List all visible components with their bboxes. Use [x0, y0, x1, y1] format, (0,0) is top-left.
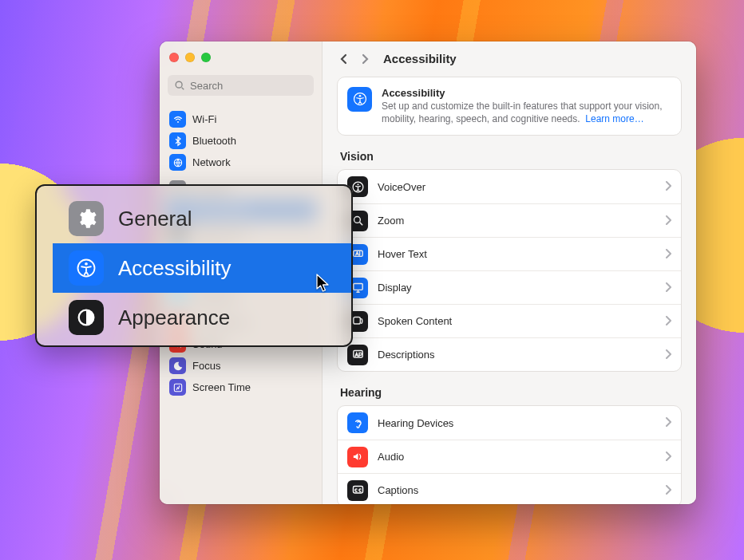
- sidebar-item-label: Focus: [192, 360, 220, 372]
- svg-point-20: [358, 95, 361, 97]
- appearance-icon: [69, 300, 104, 335]
- svg-rect-26: [353, 284, 362, 290]
- screen-time-icon: [169, 379, 186, 396]
- minimize-window-button[interactable]: [185, 53, 195, 62]
- intro-title: Accessibility: [382, 87, 671, 99]
- content-header: Accessibility: [323, 41, 696, 77]
- svg-rect-27: [353, 317, 360, 325]
- row-label: Captions: [378, 484, 655, 496]
- svg-point-31: [85, 262, 88, 266]
- row-label: Display: [378, 282, 655, 294]
- content-scroll[interactable]: Accessibility Set up and customize the b…: [323, 77, 696, 504]
- zoom-item-label: Appearance: [118, 306, 230, 330]
- search-icon: [174, 80, 185, 91]
- zoom-item-appearance[interactable]: Appearance: [53, 293, 351, 342]
- chevron-right-icon: [665, 214, 671, 228]
- sidebar-item-label: Bluetooth: [192, 135, 236, 147]
- bluetooth-icon: [169, 132, 186, 149]
- row-label: VoiceOver: [378, 181, 655, 193]
- row-voiceover[interactable]: VoiceOver: [338, 170, 681, 203]
- wifi-icon: [169, 111, 186, 128]
- nav-forward-button[interactable]: [358, 52, 372, 66]
- svg-point-22: [357, 183, 358, 185]
- sidebar-item-label: Network: [192, 156, 231, 168]
- intro-card: Accessibility Set up and customize the b…: [337, 77, 682, 136]
- row-spoken-content[interactable]: Spoken Content: [338, 304, 681, 337]
- vision-list: VoiceOver Zoom Hover Text: [337, 169, 682, 372]
- row-label: Audio: [378, 451, 655, 463]
- cursor-icon: [316, 274, 330, 296]
- focus-icon: [169, 357, 186, 374]
- window-traffic-lights: [160, 41, 322, 73]
- chevron-right-icon: [665, 314, 671, 329]
- chevron-right-icon: [665, 348, 671, 362]
- svg-point-0: [176, 81, 182, 88]
- chevron-right-icon: [665, 179, 671, 194]
- chevron-right-icon: [665, 247, 671, 262]
- row-label: Zoom: [378, 215, 655, 227]
- svg-line-1: [182, 88, 184, 90]
- sidebar-item-focus[interactable]: Focus: [164, 355, 317, 377]
- row-label: Spoken Content: [378, 315, 655, 327]
- zoom-item-label: Accessibility: [118, 256, 232, 281]
- network-icon: [169, 154, 186, 171]
- search-input[interactable]: [190, 80, 307, 92]
- hearing-list: Hearing Devices Audio Captions: [337, 405, 682, 504]
- zoom-item-label: General: [118, 207, 192, 231]
- descriptions-icon: [347, 345, 368, 365]
- row-captions[interactable]: Captions: [338, 473, 681, 504]
- svg-point-2: [177, 120, 179, 122]
- row-label: Descriptions: [378, 349, 655, 361]
- row-label: Hover Text: [378, 248, 655, 260]
- zoom-item-accessibility[interactable]: Accessibility: [53, 243, 351, 293]
- accessibility-icon: [69, 250, 104, 286]
- zoom-item-general[interactable]: General: [53, 194, 351, 243]
- hearing-devices-icon: [347, 412, 368, 433]
- row-hearing-devices[interactable]: Hearing Devices: [338, 406, 681, 440]
- chevron-right-icon: [665, 450, 671, 464]
- zoom-overlay: General Accessibility Appearance: [35, 184, 353, 347]
- sidebar-item-label: Wi-Fi: [192, 113, 216, 125]
- captions-icon: [347, 480, 368, 501]
- sidebar-item-bluetooth[interactable]: Bluetooth: [164, 130, 317, 152]
- intro-text: Accessibility Set up and customize the b…: [382, 87, 671, 125]
- accessibility-large-icon: [347, 87, 372, 112]
- search-field[interactable]: [168, 75, 314, 96]
- chevron-right-icon: [665, 483, 671, 498]
- row-hover-text[interactable]: Hover Text: [338, 237, 681, 270]
- row-display[interactable]: Display: [338, 270, 681, 304]
- nav-back-button[interactable]: [337, 52, 351, 66]
- sidebar-item-label: Screen Time: [192, 381, 251, 393]
- page-title: Accessibility: [383, 52, 457, 65]
- intro-description: Set up and customize the built-in featur…: [382, 100, 671, 125]
- sidebar-item-network[interactable]: Network: [164, 152, 317, 173]
- row-audio[interactable]: Audio: [338, 440, 681, 473]
- row-descriptions[interactable]: Descriptions: [338, 337, 681, 371]
- audio-icon: [347, 447, 368, 467]
- svg-point-23: [354, 217, 360, 223]
- chevron-right-icon: [665, 281, 671, 295]
- section-title-vision: Vision: [340, 150, 679, 163]
- content-pane: Accessibility Accessibility Set up and c…: [323, 41, 696, 504]
- zoom-window-button[interactable]: [201, 53, 211, 62]
- chevron-right-icon: [665, 416, 671, 430]
- close-window-button[interactable]: [169, 53, 179, 62]
- row-label: Hearing Devices: [378, 417, 655, 429]
- gear-icon: [69, 201, 104, 236]
- svg-line-24: [359, 223, 362, 226]
- sidebar-item-wifi[interactable]: Wi-Fi: [164, 108, 317, 130]
- row-zoom[interactable]: Zoom: [338, 203, 681, 237]
- section-title-hearing: Hearing: [340, 386, 679, 399]
- sidebar-item-screen-time[interactable]: Screen Time: [164, 377, 317, 398]
- learn-more-link[interactable]: Learn more…: [585, 113, 643, 124]
